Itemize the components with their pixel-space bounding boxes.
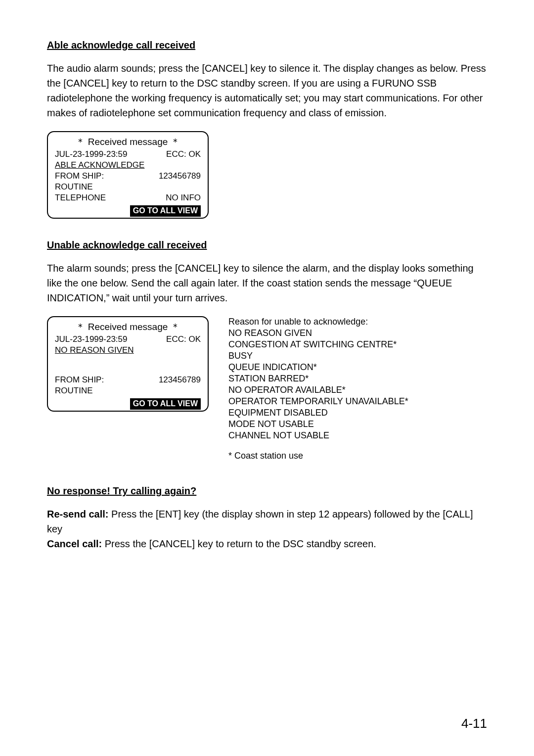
screen-from-label: FROM SHIP: [55, 375, 104, 385]
reason-item: NO REASON GIVEN [228, 328, 408, 339]
reason-item: EQUIPMENT DISABLED [228, 407, 408, 419]
go-to-all-view-button[interactable]: GO TO ALL VIEW [130, 205, 201, 217]
display-screen-able: ＊ Received message ＊ JUL-23-1999-23:59 E… [47, 131, 209, 219]
screen-row-timestamp: JUL-23-1999-23:59 ECC: OK [55, 149, 201, 160]
screen-from-label: FROM SHIP: [55, 171, 104, 182]
reasons-footnote: * Coast station use [228, 450, 408, 462]
two-column-layout: ＊ Received message ＊ JUL-23-1999-23:59 E… [47, 316, 487, 476]
paragraph-able-ack: The audio alarm sounds; press the [CANCE… [47, 61, 487, 120]
screen-category: ROUTINE [55, 182, 201, 192]
reason-item: QUEUE INDICATION* [228, 362, 408, 373]
screen-ecc: ECC: OK [166, 149, 201, 160]
go-to-all-view-button[interactable]: GO TO ALL VIEW [130, 398, 201, 410]
screen-row-from: FROM SHIP: 123456789 [55, 171, 201, 182]
screen-from-id: 123456789 [159, 171, 201, 182]
reason-item: CONGESTION AT SWITCHING CENTRE* [228, 339, 408, 350]
page-number: 4-11 [461, 716, 487, 731]
screen-row-telecom: TELEPHONE NO INFO [55, 192, 201, 203]
heading-unable-ack: Unable acknowledge call received [47, 239, 487, 251]
screen-category: ROUTINE [55, 385, 201, 396]
screen-reason-line: NO REASON GIVEN [55, 345, 201, 356]
paragraph-resend: Re-send call: Press the [ENT] key (the d… [47, 507, 487, 551]
display-screen-unable: ＊ Received message ＊ JUL-23-1999-23:59 E… [47, 316, 209, 412]
reasons-block: Reason for unable to acknowledge: NO REA… [228, 316, 408, 476]
screen-timestamp: JUL-23-1999-23:59 [55, 334, 127, 345]
screen-ack-line: ABLE ACKNOWLEDGE [55, 160, 201, 171]
screen-timestamp: JUL-23-1999-23:59 [55, 149, 127, 160]
reason-item: OPERATOR TEMPORARILY UNAVAILABLE* [228, 396, 408, 407]
screen-ecc: ECC: OK [166, 334, 201, 345]
resend-label: Re-send call: [47, 509, 108, 520]
reason-item: NO OPERATOR AVAILABLE* [228, 384, 408, 396]
screen-telecom: TELEPHONE [55, 192, 106, 203]
resend-text: Press the [ENT] key (the display shown i… [47, 509, 473, 534]
heading-able-ack: Able acknowledge call received [47, 40, 487, 51]
cancel-text: Press the [CANCEL] key to return to the … [102, 538, 376, 549]
screen-title: ＊ Received message ＊ [55, 136, 201, 148]
screen-title: ＊ Received message ＊ [55, 321, 201, 333]
screen-from-id: 123456789 [159, 375, 201, 385]
screen-row-from: FROM SHIP: 123456789 [55, 375, 201, 385]
screen-row-timestamp: JUL-23-1999-23:59 ECC: OK [55, 334, 201, 345]
reason-item: CHANNEL NOT USABLE [228, 430, 408, 441]
reasons-intro: Reason for unable to acknowledge: [228, 316, 408, 328]
reason-item: STATION BARRED* [228, 373, 408, 384]
reason-item: MODE NOT USABLE [228, 419, 408, 430]
paragraph-unable-ack: The alarm sounds; press the [CANCEL] key… [47, 261, 487, 305]
reason-item: BUSY [228, 350, 408, 362]
document-page: Able acknowledge call received The audio… [0, 0, 534, 756]
screen-telecom-info: NO INFO [166, 192, 201, 203]
cancel-label: Cancel call: [47, 538, 102, 549]
heading-no-response: No response! Try calling again? [47, 485, 487, 497]
